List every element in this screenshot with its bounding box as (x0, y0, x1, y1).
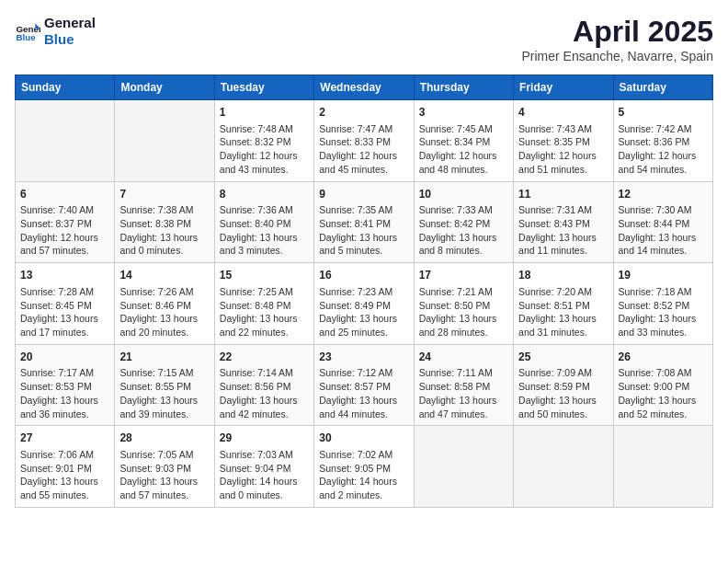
day-number: 12 (619, 187, 708, 202)
day-info-line: Sunrise: 7:15 AM (119, 366, 209, 380)
day-info-line: Sunrise: 7:11 AM (419, 366, 508, 380)
day-info-line: Sunset: 8:45 PM (20, 299, 109, 313)
calendar-cell: 13Sunrise: 7:28 AMSunset: 8:45 PMDayligh… (16, 263, 115, 345)
day-info-line: Sunrise: 7:03 AM (220, 448, 309, 462)
day-info-line: Sunrise: 7:45 AM (419, 122, 508, 136)
day-info-line: Sunset: 8:43 PM (518, 217, 608, 231)
day-info-line: Daylight: 13 hours and 39 minutes. (119, 394, 209, 420)
day-info-line: Sunrise: 7:14 AM (220, 366, 309, 380)
day-info-line: Sunset: 8:37 PM (20, 217, 109, 231)
day-info-line: Sunset: 8:53 PM (20, 380, 109, 394)
day-number: 22 (220, 350, 309, 365)
day-info-line: Sunrise: 7:05 AM (119, 448, 209, 462)
day-info-line: Sunrise: 7:38 AM (119, 203, 209, 217)
day-number: 17 (419, 268, 508, 283)
day-info-line: Sunrise: 7:31 AM (518, 203, 608, 217)
day-number: 21 (119, 350, 209, 365)
day-info-line: Daylight: 13 hours and 57 minutes. (119, 475, 209, 501)
day-number: 15 (220, 268, 309, 283)
day-info-line: Sunset: 8:34 PM (419, 135, 508, 149)
logo-line2: Blue (44, 31, 96, 48)
day-info-line: Sunset: 8:49 PM (319, 299, 408, 313)
day-number: 20 (20, 350, 109, 365)
day-number: 27 (20, 431, 109, 446)
calendar-cell: 30Sunrise: 7:02 AMSunset: 9:05 PMDayligh… (314, 426, 414, 508)
day-number: 3 (419, 105, 508, 121)
day-info-line: Sunset: 8:48 PM (220, 299, 309, 313)
day-info-line: Daylight: 13 hours and 52 minutes. (619, 394, 708, 420)
day-info-line: Sunset: 9:04 PM (220, 462, 309, 476)
day-info-line: Sunset: 8:58 PM (419, 380, 508, 394)
calendar-cell (115, 100, 214, 182)
day-info-line: Sunset: 8:55 PM (119, 380, 209, 394)
day-number: 25 (518, 350, 608, 365)
day-info-line: Daylight: 13 hours and 20 minutes. (119, 312, 209, 339)
calendar-cell: 8Sunrise: 7:36 AMSunset: 8:40 PMDaylight… (214, 181, 313, 263)
day-info-line: Sunrise: 7:28 AM (20, 285, 109, 299)
day-info-line: Sunrise: 7:40 AM (20, 203, 109, 217)
day-info-line: Sunrise: 7:20 AM (518, 285, 608, 299)
day-info-line: Sunrise: 7:42 AM (619, 122, 708, 136)
calendar-cell: 16Sunrise: 7:23 AMSunset: 8:49 PMDayligh… (314, 263, 414, 345)
logo: General Blue General Blue (15, 15, 96, 48)
day-info-line: Sunset: 8:42 PM (419, 217, 508, 231)
calendar-header-row: SundayMondayTuesdayWednesdayThursdayFrid… (16, 75, 713, 100)
day-info-line: Daylight: 13 hours and 33 minutes. (619, 312, 708, 339)
logo-line1: General (44, 15, 96, 31)
day-info-line: Sunrise: 7:08 AM (619, 366, 708, 380)
day-header-thursday: Thursday (414, 75, 513, 100)
day-number: 9 (319, 187, 408, 202)
title-block: April 2025 Primer Ensanche, Navarre, Spa… (521, 15, 713, 63)
day-info-line: Sunset: 9:05 PM (319, 462, 408, 476)
day-number: 1 (220, 105, 309, 121)
day-info-line: Sunset: 8:41 PM (319, 217, 408, 231)
day-number: 5 (619, 105, 708, 121)
calendar-cell: 14Sunrise: 7:26 AMSunset: 8:46 PMDayligh… (115, 263, 214, 345)
day-header-sunday: Sunday (16, 75, 115, 100)
day-number: 6 (20, 187, 109, 202)
calendar-week-3: 13Sunrise: 7:28 AMSunset: 8:45 PMDayligh… (16, 263, 713, 345)
day-info-line: Daylight: 12 hours and 54 minutes. (619, 149, 708, 176)
day-info-line: Daylight: 13 hours and 3 minutes. (220, 231, 309, 258)
calendar-cell: 11Sunrise: 7:31 AMSunset: 8:43 PMDayligh… (514, 181, 613, 263)
day-info-line: Sunrise: 7:36 AM (220, 203, 309, 217)
calendar-week-5: 27Sunrise: 7:06 AMSunset: 9:01 PMDayligh… (16, 426, 713, 508)
day-header-wednesday: Wednesday (314, 75, 414, 100)
day-info-line: Sunset: 8:52 PM (619, 299, 708, 313)
calendar-cell: 3Sunrise: 7:45 AMSunset: 8:34 PMDaylight… (414, 100, 513, 182)
day-info-line: Sunrise: 7:26 AM (119, 285, 209, 299)
day-number: 28 (119, 431, 209, 446)
calendar-cell: 7Sunrise: 7:38 AMSunset: 8:38 PMDaylight… (115, 181, 214, 263)
calendar-cell: 12Sunrise: 7:30 AMSunset: 8:44 PMDayligh… (613, 181, 712, 263)
calendar-cell: 15Sunrise: 7:25 AMSunset: 8:48 PMDayligh… (214, 263, 313, 345)
calendar-cell: 19Sunrise: 7:18 AMSunset: 8:52 PMDayligh… (613, 263, 712, 345)
day-info-line: Sunrise: 7:18 AM (619, 285, 708, 299)
day-number: 7 (119, 187, 209, 202)
day-number: 4 (518, 105, 608, 121)
day-number: 8 (220, 187, 309, 202)
calendar-cell: 10Sunrise: 7:33 AMSunset: 8:42 PMDayligh… (414, 181, 513, 263)
day-info-line: Daylight: 13 hours and 28 minutes. (419, 312, 508, 339)
day-header-saturday: Saturday (613, 75, 712, 100)
day-number: 2 (319, 105, 408, 121)
calendar-cell: 2Sunrise: 7:47 AMSunset: 8:33 PMDaylight… (314, 100, 414, 182)
calendar-week-4: 20Sunrise: 7:17 AMSunset: 8:53 PMDayligh… (16, 344, 713, 426)
month-title: April 2025 (521, 15, 713, 49)
day-info-line: Daylight: 13 hours and 42 minutes. (220, 394, 309, 420)
calendar-week-2: 6Sunrise: 7:40 AMSunset: 8:37 PMDaylight… (16, 181, 713, 263)
day-info-line: Sunset: 8:56 PM (220, 380, 309, 394)
location-subtitle: Primer Ensanche, Navarre, Spain (521, 49, 713, 63)
day-info-line: Daylight: 13 hours and 50 minutes. (518, 394, 608, 420)
day-info-line: Sunrise: 7:02 AM (319, 448, 408, 462)
day-info-line: Daylight: 13 hours and 44 minutes. (319, 394, 408, 420)
calendar-cell (16, 100, 115, 182)
day-number: 10 (419, 187, 508, 202)
day-info-line: Daylight: 13 hours and 17 minutes. (20, 312, 109, 339)
calendar-cell: 26Sunrise: 7:08 AMSunset: 9:00 PMDayligh… (613, 344, 712, 426)
day-info-line: Daylight: 13 hours and 22 minutes. (220, 312, 309, 339)
calendar-cell: 5Sunrise: 7:42 AMSunset: 8:36 PMDaylight… (613, 100, 712, 182)
calendar-cell: 27Sunrise: 7:06 AMSunset: 9:01 PMDayligh… (16, 426, 115, 508)
day-info-line: Daylight: 13 hours and 8 minutes. (419, 231, 508, 258)
day-info-line: Sunrise: 7:47 AM (319, 122, 408, 136)
day-info-line: Sunset: 9:01 PM (20, 462, 109, 476)
